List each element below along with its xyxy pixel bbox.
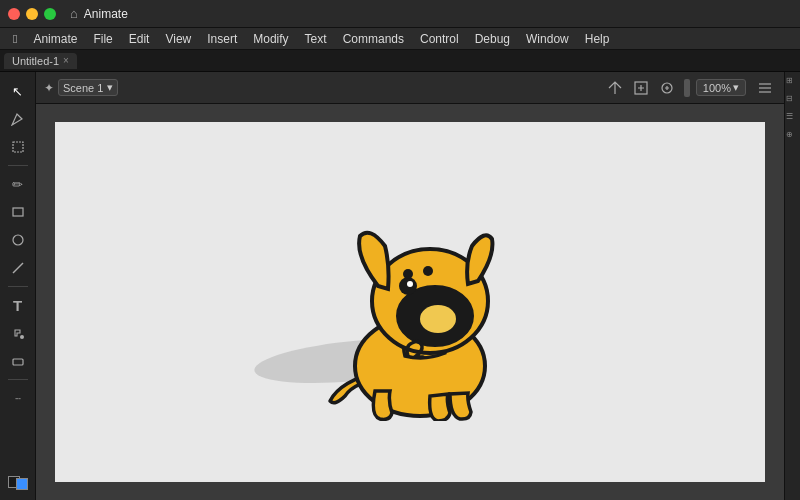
svg-point-18	[423, 266, 433, 276]
stroke-fill-colors[interactable]	[8, 476, 28, 490]
scene-chevron-icon: ▾	[107, 81, 113, 94]
document-tab[interactable]: Untitled-1 ×	[4, 53, 77, 69]
scene-icon: ✦	[44, 81, 54, 95]
svg-point-17	[403, 269, 413, 279]
main-area: ↖ ✏ T ···	[0, 72, 800, 500]
menu-text[interactable]: Text	[298, 30, 334, 48]
right-panel-btn-3[interactable]: ☰	[786, 112, 800, 126]
right-panel-btn-4[interactable]: ⊕	[786, 130, 800, 144]
pencil-tool[interactable]: ✏	[5, 171, 31, 197]
left-toolbar: ↖ ✏ T ···	[0, 72, 36, 500]
menu-bar:  Animate File Edit View Insert Modify T…	[0, 28, 800, 50]
canvas-area[interactable]	[36, 104, 784, 500]
eraser-tool[interactable]	[5, 348, 31, 374]
free-transform-tool[interactable]	[5, 134, 31, 160]
tab-close-button[interactable]: ×	[63, 55, 69, 66]
scene-label: Scene 1	[63, 82, 103, 94]
zoom-up-btn[interactable]	[684, 79, 690, 97]
menu-insert[interactable]: Insert	[200, 30, 244, 48]
paint-bucket-tool[interactable]	[5, 320, 31, 346]
svg-line-3	[13, 263, 23, 273]
zoom-chevron-icon: ▾	[733, 81, 739, 94]
more-tools[interactable]: ···	[5, 385, 31, 411]
app-title: Animate	[84, 7, 128, 21]
menu-commands[interactable]: Commands	[336, 30, 411, 48]
menu-modify[interactable]: Modify	[246, 30, 295, 48]
title-bar: ⌂ Animate	[0, 0, 800, 28]
oval-tool[interactable]	[5, 227, 31, 253]
tool-separator-1	[8, 165, 28, 166]
home-icon[interactable]: ⌂	[70, 6, 78, 21]
svg-rect-1	[13, 208, 23, 216]
menu-debug[interactable]: Debug	[468, 30, 517, 48]
svg-rect-5	[13, 359, 23, 365]
text-tool[interactable]: T	[5, 292, 31, 318]
zoom-display[interactable]: 100% ▾	[696, 79, 746, 96]
svg-point-2	[13, 235, 23, 245]
menu-animate[interactable]: Animate	[26, 30, 84, 48]
menu-view[interactable]: View	[158, 30, 198, 48]
subselection-tool[interactable]	[5, 106, 31, 132]
stage-canvas	[55, 122, 765, 482]
right-panel: ⊞ ⊟ ☰ ⊕	[784, 72, 800, 500]
maximize-button[interactable]	[44, 8, 56, 20]
line-tool[interactable]	[5, 255, 31, 281]
tool-separator-2	[8, 286, 28, 287]
svg-point-4	[20, 335, 24, 339]
traffic-lights	[8, 8, 56, 20]
right-panel-btn-1[interactable]: ⊞	[786, 76, 800, 90]
right-panel-btn-2[interactable]: ⊟	[786, 94, 800, 108]
svg-point-14	[420, 305, 456, 333]
stage-toolbar: ✦ Scene 1 ▾ 100% ▾	[36, 72, 784, 104]
stage-nav-icon-2[interactable]	[630, 77, 652, 99]
stage-settings-icon[interactable]	[754, 77, 776, 99]
menu-edit[interactable]: Edit	[122, 30, 157, 48]
close-button[interactable]	[8, 8, 20, 20]
selection-tool[interactable]: ↖	[5, 78, 31, 104]
tool-separator-3	[8, 379, 28, 380]
dog-character	[300, 181, 520, 423]
scene-selector: ✦ Scene 1 ▾	[44, 79, 118, 96]
menu-apple[interactable]: 	[6, 30, 24, 48]
svg-point-16	[407, 281, 413, 287]
stage-toolbar-right: 100% ▾	[604, 77, 776, 99]
menu-control[interactable]: Control	[413, 30, 466, 48]
zoom-value: 100%	[703, 82, 731, 94]
menu-file[interactable]: File	[86, 30, 119, 48]
menu-help[interactable]: Help	[578, 30, 617, 48]
stage-nav-icon-3[interactable]	[656, 77, 678, 99]
minimize-button[interactable]	[26, 8, 38, 20]
tab-bar: Untitled-1 ×	[0, 50, 800, 72]
svg-rect-0	[13, 142, 23, 152]
menu-window[interactable]: Window	[519, 30, 576, 48]
tab-label: Untitled-1	[12, 55, 59, 67]
stage-container: ✦ Scene 1 ▾ 100% ▾	[36, 72, 784, 500]
stage-nav-icon-1[interactable]	[604, 77, 626, 99]
scene-dropdown[interactable]: Scene 1 ▾	[58, 79, 118, 96]
rectangle-tool[interactable]	[5, 199, 31, 225]
